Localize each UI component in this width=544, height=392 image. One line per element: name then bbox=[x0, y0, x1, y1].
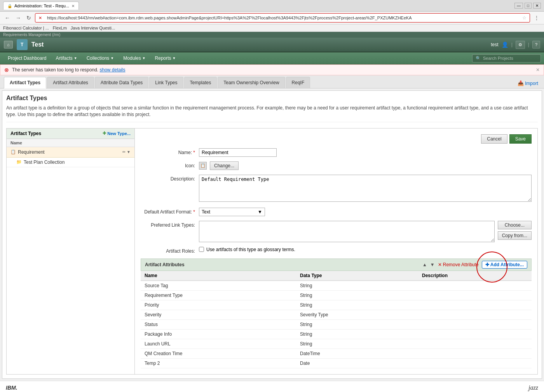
choose-btn[interactable]: Choose... bbox=[498, 221, 532, 229]
table-row[interactable]: Severity Severity Type bbox=[141, 310, 532, 319]
back-btn[interactable]: ← bbox=[3, 14, 12, 22]
nav-artifacts[interactable]: Artifacts ▼ bbox=[51, 52, 82, 64]
left-panel-title: Artifact Types bbox=[10, 131, 41, 136]
glossary-checkbox[interactable] bbox=[199, 247, 204, 252]
name-label: Name: * bbox=[141, 148, 195, 155]
form-name-row: Name: * bbox=[141, 148, 532, 157]
close-btn[interactable]: ✕ bbox=[533, 3, 541, 9]
copy-from-btn[interactable]: Copy from... bbox=[498, 231, 532, 240]
artifact-attributes-section: Artifact Attributes ▲ ▼ ✕ Remove Attribu… bbox=[141, 258, 532, 368]
nav-collections[interactable]: Collections ▼ bbox=[82, 52, 119, 64]
rm-bar: Requirements Management (/rm) bbox=[0, 32, 544, 38]
top-action-row: Cancel Save bbox=[141, 134, 532, 144]
import-btn[interactable]: 📥 Import bbox=[516, 78, 540, 88]
format-label: Default Artifact Format: * bbox=[141, 208, 195, 215]
page-description: An artifact type is a definition for a g… bbox=[6, 105, 538, 122]
table-row[interactable]: QM Creation Time DateTime bbox=[141, 349, 532, 358]
maximize-btn[interactable]: □ bbox=[525, 3, 532, 9]
attr-section-title: Artifact Attributes bbox=[145, 262, 185, 267]
nav-modules[interactable]: Modules ▼ bbox=[119, 52, 150, 64]
cancel-button[interactable]: Cancel bbox=[481, 134, 507, 144]
extensions-btn[interactable]: ⋮ bbox=[532, 14, 541, 22]
tab-artifact-types[interactable]: Artifact Types bbox=[4, 77, 46, 88]
refresh-btn[interactable]: ↻ bbox=[25, 14, 33, 22]
add-icon: ✚ bbox=[485, 262, 489, 267]
remove-attr-btn[interactable]: ✕ Remove Attribute bbox=[438, 262, 479, 267]
change-icon-btn[interactable]: Change... bbox=[210, 161, 239, 170]
attr-desc bbox=[418, 300, 532, 310]
requirement-icon: 📋 bbox=[10, 149, 16, 154]
bookmark-2[interactable]: FlexLm bbox=[53, 26, 67, 30]
show-details-link[interactable]: show details bbox=[99, 67, 125, 73]
form-description-row: Description: Default Requirement Type bbox=[141, 175, 532, 203]
help-btn[interactable]: ? bbox=[532, 41, 540, 49]
modules-arrow: ▼ bbox=[142, 56, 146, 60]
attr-desc bbox=[418, 329, 532, 339]
minimize-btn[interactable]: — bbox=[514, 3, 523, 9]
tab-link-types[interactable]: Link Types bbox=[149, 77, 183, 88]
user-icon: 👤 bbox=[502, 42, 508, 48]
reports-arrow: ▼ bbox=[173, 56, 176, 60]
description-input[interactable]: Default Requirement Type bbox=[199, 175, 532, 202]
nav-reports[interactable]: Reports ▼ bbox=[150, 52, 181, 64]
attr-desc bbox=[418, 358, 532, 368]
icon-control: 📋 Change... bbox=[199, 161, 532, 170]
forward-btn[interactable]: → bbox=[14, 14, 23, 22]
page-title: Artifact Types bbox=[6, 95, 538, 102]
nav-project-dashboard[interactable]: Project Dashboard bbox=[3, 52, 51, 64]
attr-desc bbox=[418, 310, 532, 319]
description-label: Description: bbox=[141, 175, 195, 182]
table-row[interactable]: Status String bbox=[141, 319, 532, 329]
home-button[interactable]: ⌂ bbox=[4, 41, 13, 49]
home-icon: ⌂ bbox=[7, 42, 10, 47]
tab-reqif[interactable]: ReqIF bbox=[286, 77, 310, 88]
col-data-type: Data Type bbox=[296, 271, 418, 281]
artifact-roles-label: Artifact Roles: bbox=[141, 247, 195, 254]
tab-templates[interactable]: Templates bbox=[184, 77, 217, 88]
attr-name: Launch URL bbox=[141, 339, 296, 349]
name-input[interactable] bbox=[199, 148, 277, 157]
attr-type: DateTime bbox=[296, 349, 418, 358]
attr-desc bbox=[418, 349, 532, 358]
app-title: Test bbox=[31, 41, 487, 48]
search-input[interactable] bbox=[483, 56, 537, 61]
move-up-btn[interactable]: ▲ bbox=[422, 262, 427, 267]
tab-team-ownership[interactable]: Team Ownership Overview bbox=[218, 77, 285, 88]
save-button[interactable]: Save bbox=[509, 134, 532, 144]
new-type-btn[interactable]: ✚ New Type... bbox=[103, 131, 131, 136]
table-row[interactable]: Launch URL String bbox=[141, 339, 532, 349]
bookmark-1[interactable]: Fibonacci Calculator | ... bbox=[3, 26, 49, 30]
browser-titlebar: 🔒 Administration: Test - Requ... ✕ — □ ✕ bbox=[0, 0, 544, 12]
tab-close-btn[interactable]: ✕ bbox=[71, 4, 75, 8]
attr-name: Requirement Type bbox=[141, 290, 296, 300]
settings-btn[interactable]: ⚙ bbox=[516, 41, 525, 49]
list-item-test-plan[interactable]: 📁 Test Plan Collection bbox=[7, 158, 134, 167]
tab-attribute-data-types[interactable]: Attribute Data Types bbox=[95, 77, 149, 88]
user-controls: test 👤 | ⚙ | ? bbox=[491, 41, 540, 49]
link-types-label: Preferred Link Types: bbox=[141, 221, 195, 228]
app-footer: IBM. jazz bbox=[0, 381, 544, 392]
nav-collections-label: Collections bbox=[87, 56, 110, 61]
table-row[interactable]: Requirement Type String bbox=[141, 290, 532, 300]
format-select[interactable]: Text ▼ bbox=[199, 208, 265, 216]
attr-section-header: Artifact Attributes ▲ ▼ ✕ Remove Attribu… bbox=[141, 258, 532, 271]
browser-tab[interactable]: 🔒 Administration: Test - Requ... ✕ bbox=[3, 2, 79, 10]
table-row[interactable]: Priority String bbox=[141, 300, 532, 310]
table-header-row: Name Data Type Description bbox=[141, 271, 532, 281]
table-row[interactable]: Package Info String bbox=[141, 329, 532, 339]
link-types-input[interactable] bbox=[199, 221, 495, 242]
table-row[interactable]: Temp 2 Date bbox=[141, 358, 532, 368]
error-close-btn[interactable]: ✕ bbox=[536, 67, 540, 73]
bookmark-3[interactable]: Java Interview Questi... bbox=[71, 26, 115, 30]
table-row[interactable]: Source Tag String bbox=[141, 281, 532, 291]
remove-icon: ✕ bbox=[438, 262, 442, 267]
add-attr-btn[interactable]: ✚ Add Attribute... bbox=[482, 261, 527, 269]
move-down-btn[interactable]: ▼ bbox=[430, 262, 435, 267]
requirement-edit-btn[interactable]: ✏ ▼ bbox=[122, 150, 131, 154]
artifact-roles-control: Use artifacts of this type as glossary t… bbox=[199, 247, 532, 252]
list-item-requirement[interactable]: 📋 Requirement ✏ ▼ bbox=[7, 147, 134, 158]
tab-title: Administration: Test - Requ... bbox=[14, 3, 69, 8]
col-description: Description bbox=[418, 271, 532, 281]
tab-artifact-attributes[interactable]: Artifact Attributes bbox=[47, 77, 94, 88]
address-bar[interactable] bbox=[44, 14, 520, 21]
